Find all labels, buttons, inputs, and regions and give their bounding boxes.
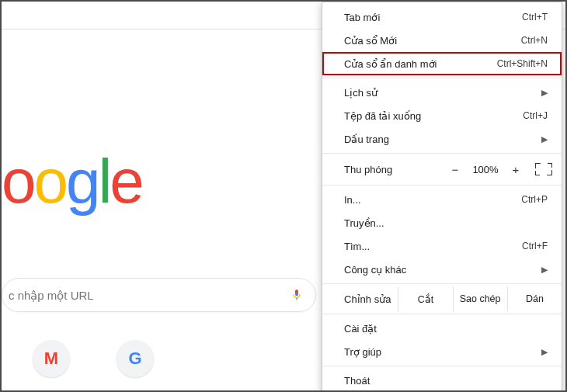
google-logo: oogle — [2, 146, 203, 217]
menu-item-zoom: Thu phóng − 100% + — [322, 156, 562, 182]
menu-separator — [322, 153, 562, 154]
menu-label: Cửa sổ ẩn danh mới — [344, 58, 486, 70]
submenu-arrow-icon: ▶ — [541, 134, 548, 144]
menu-label: Tìm... — [344, 241, 511, 252]
chrome-main-menu: Tab mới Ctrl+T Cửa sổ Mới Ctrl+N Cửa sổ … — [322, 2, 562, 392]
shortcut-gmail[interactable]: M — [33, 340, 70, 377]
menu-shortcut: Ctrl+T — [522, 12, 548, 23]
gmail-icon: M — [44, 349, 58, 369]
menu-item-exit[interactable]: Thoát — [322, 369, 562, 392]
menu-separator — [322, 185, 562, 186]
menu-item-bookmarks[interactable]: Dấu trang ▶ — [322, 127, 562, 151]
menu-shortcut: Ctrl+Shift+N — [497, 58, 548, 69]
submenu-arrow-icon: ▶ — [541, 265, 548, 275]
menu-item-history[interactable]: Lịch sử ▶ — [322, 81, 562, 104]
submenu-arrow-icon: ▶ — [541, 347, 548, 357]
menu-item-incognito[interactable]: Cửa sổ ẩn danh mới Ctrl+Shift+N — [322, 52, 562, 75]
menu-item-downloads[interactable]: Tệp đã tải xuống Ctrl+J — [322, 104, 562, 127]
menu-item-print[interactable]: In... Ctrl+P — [322, 188, 562, 211]
menu-separator — [322, 283, 562, 284]
voice-search-icon[interactable] — [290, 286, 303, 304]
menu-label: Thu phóng — [344, 164, 444, 175]
menu-label: Chỉnh sửa — [344, 293, 398, 305]
menu-separator — [322, 366, 562, 366]
menu-label: Trợ giúp — [344, 346, 535, 358]
fullscreen-icon[interactable] — [535, 163, 552, 175]
menu-label: Lịch sử — [344, 87, 535, 99]
edit-copy-button[interactable]: Sao chép — [453, 286, 507, 311]
zoom-out-button[interactable]: − — [444, 163, 467, 176]
submenu-arrow-icon: ▶ — [541, 88, 548, 98]
google-g-icon: G — [128, 349, 141, 369]
zoom-in-button[interactable]: + — [504, 163, 527, 176]
menu-item-edit: Chỉnh sửa Cắt Sao chép Dán — [322, 286, 562, 311]
edit-paste-button[interactable]: Dán — [507, 286, 562, 311]
menu-label: Cửa sổ Mới — [344, 35, 510, 47]
zoom-percent: 100% — [467, 164, 504, 175]
menu-label: Tab mới — [344, 12, 511, 23]
menu-item-settings[interactable]: Cài đặt — [322, 317, 562, 340]
menu-item-new-tab[interactable]: Tab mới Ctrl+T — [322, 5, 562, 29]
menu-item-cast[interactable]: Truyền... — [322, 211, 562, 234]
menu-shortcut: Ctrl+J — [523, 110, 548, 121]
menu-separator — [322, 314, 562, 314]
menu-label: Thoát — [344, 375, 548, 387]
menu-item-more-tools[interactable]: Công cụ khác ▶ — [322, 258, 562, 281]
menu-label: Truyền... — [344, 217, 548, 229]
menu-item-help[interactable]: Trợ giúp ▶ — [322, 340, 562, 363]
search-input[interactable] — [9, 289, 290, 302]
shortcut-row: M G — [33, 340, 154, 377]
edit-cut-button[interactable]: Cắt — [398, 286, 452, 311]
search-bar[interactable] — [2, 278, 316, 312]
menu-label: Tệp đã tải xuống — [344, 110, 512, 122]
menu-separator — [322, 78, 562, 78]
menu-shortcut: Ctrl+F — [522, 241, 548, 252]
menu-label: In... — [344, 194, 510, 206]
menu-item-find[interactable]: Tìm... Ctrl+F — [322, 234, 562, 258]
menu-label: Công cụ khác — [344, 264, 535, 276]
menu-shortcut: Ctrl+P — [521, 194, 548, 205]
menu-shortcut: Ctrl+N — [521, 35, 548, 46]
shortcut-google[interactable]: G — [117, 340, 154, 377]
menu-label: Cài đặt — [344, 323, 548, 335]
menu-label: Dấu trang — [344, 134, 535, 145]
menu-item-new-window[interactable]: Cửa sổ Mới Ctrl+N — [322, 29, 562, 52]
